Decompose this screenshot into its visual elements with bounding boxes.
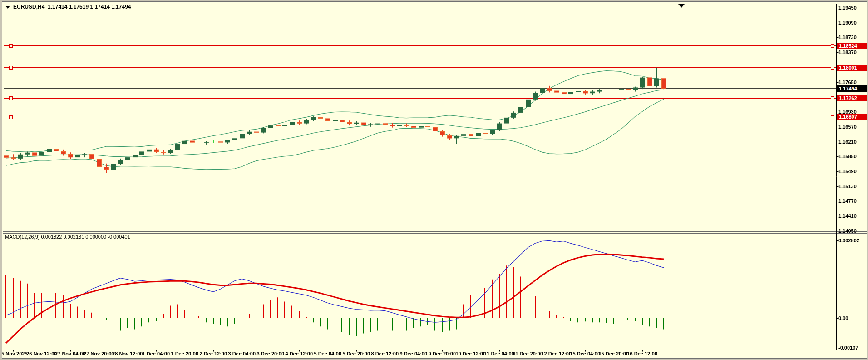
chart-title-symbol: EURUSD,H4	[13, 4, 44, 10]
macd-indicator-label: MACD(12,26,9) 0.001822 0.002131 0.000000…	[5, 234, 130, 240]
chart-window: 1.194501.190901.187301.183701.176501.169…	[0, 0, 868, 360]
chart-canvas[interactable]	[2, 1, 868, 360]
chart-title: EURUSD,H4 1.17414 1.17519 1.17414 1.1749…	[5, 4, 131, 10]
chart-title-ohlc: 1.17414 1.17519 1.17414 1.17494	[48, 4, 131, 10]
symbol-dropdown-icon[interactable]	[5, 6, 10, 9]
chart-surface: 1.194501.190901.187301.183701.176501.169…	[2, 1, 867, 359]
